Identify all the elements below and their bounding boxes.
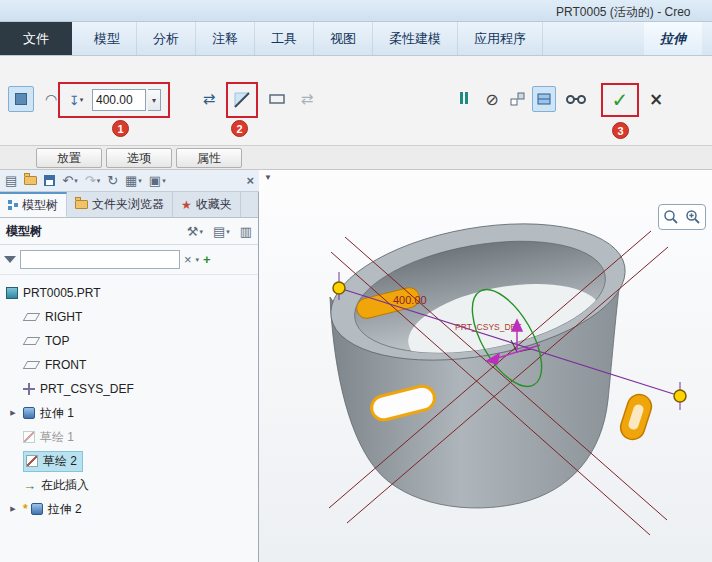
new-feature-star-icon: * — [23, 502, 28, 516]
pause-icon — [459, 92, 469, 107]
tab-analysis[interactable]: 分析 — [137, 22, 196, 55]
solid-icon — [15, 93, 27, 105]
drag-handle-left[interactable] — [333, 282, 345, 294]
expand-caret-icon[interactable]: ▶ — [8, 505, 18, 513]
layers-icon[interactable]: ▦▾ — [125, 174, 142, 187]
step-badge-3: 3 — [612, 122, 629, 139]
tree-item-part[interactable]: PRT0005.PRT — [0, 281, 258, 305]
tree-settings-icon[interactable]: ⚒▾ — [187, 225, 203, 238]
ok-button[interactable]: ✓ — [605, 87, 635, 113]
add-filter-icon[interactable]: + — [203, 253, 211, 266]
tree-item-csys[interactable]: PRT_CSYS_DEF — [0, 377, 258, 401]
depth-type-icon: ↧ — [69, 93, 80, 108]
drag-handle-right[interactable] — [674, 390, 686, 402]
navigator-panel: 模型树 文件夹浏览器 ★ 收藏夹 模型树 ⚒▾ ▤▾ ▥ × ▾ + — [0, 192, 259, 562]
flip-direction-2-button[interactable]: ⇄ — [294, 86, 320, 112]
tree-filter-row: × ▾ + — [0, 245, 258, 275]
graphics-toolbar-dropdown-icon[interactable]: ▼ — [264, 173, 272, 182]
tab-favorites[interactable]: ★ 收藏夹 — [173, 192, 241, 217]
extrude-icon — [31, 503, 43, 515]
tree-item-label: FRONT — [45, 358, 86, 372]
thicken-sketch-button[interactable] — [264, 86, 290, 112]
title-bar: PRT0005 (活动的) - Creo — [0, 0, 712, 22]
dashboard-panel-tabs: 放置 选项 属性 — [0, 146, 712, 170]
dimension-value-label[interactable]: 400.00 — [393, 294, 427, 306]
tree-item-extrude-1[interactable]: ▶ 拉伸 1 — [0, 401, 258, 425]
tree-item-extrude-2[interactable]: ▶ * 拉伸 2 — [0, 497, 258, 521]
clear-filter-icon[interactable]: × — [184, 253, 192, 266]
undo-icon[interactable]: ↶▾ — [62, 174, 77, 187]
tab-extrude-context[interactable]: 拉伸 — [644, 22, 702, 55]
depth-type-dropdown[interactable]: ↧ ▾ — [62, 88, 90, 112]
tab-view[interactable]: 视图 — [314, 22, 373, 55]
zoom-in-icon[interactable] — [685, 209, 701, 225]
tab-applications[interactable]: 应用程序 — [458, 22, 543, 55]
tab-annotate[interactable]: 注释 — [196, 22, 255, 55]
cancel-button[interactable]: × — [644, 86, 668, 112]
tree-show-icon[interactable]: ▤▾ — [213, 225, 230, 238]
graphics-viewport[interactable]: 400.00 PRT_CSYS_DEF ▼ — [259, 170, 712, 562]
window-title: PRT0005 (活动的) - Creo — [556, 4, 690, 21]
depth-value-dropdown[interactable]: ▾ — [148, 89, 161, 111]
remove-material-icon — [232, 90, 252, 110]
close-pane-icon[interactable]: × — [246, 174, 254, 187]
tree-item-front-plane[interactable]: FRONT — [0, 353, 258, 377]
navigator-tabs: 模型树 文件夹浏览器 ★ 收藏夹 — [0, 192, 258, 218]
surface-icon: ◠ — [45, 91, 57, 107]
no-preview-button[interactable]: ⊘ — [480, 86, 504, 112]
tab-label: 收藏夹 — [196, 196, 232, 213]
tree-item-right-plane[interactable]: RIGHT — [0, 305, 258, 329]
tab-flexible-modeling[interactable]: 柔性建模 — [373, 22, 458, 55]
attached-preview-button[interactable] — [532, 86, 556, 112]
tree-item-top-plane[interactable]: TOP — [0, 329, 258, 353]
datum-plane-icon — [23, 337, 41, 345]
selected-highlight: 草绘 2 — [23, 451, 83, 472]
tree-item-label: 拉伸 2 — [48, 501, 82, 518]
thicken-icon — [269, 93, 285, 105]
regenerate-icon[interactable]: ↻ — [107, 174, 118, 187]
tree-item-insert-here[interactable]: → 在此插入 — [0, 473, 258, 497]
remove-material-button[interactable] — [230, 88, 254, 112]
tab-model-tree[interactable]: 模型树 — [0, 192, 67, 217]
windows-icon[interactable]: ▣▾ — [149, 174, 166, 187]
redo-icon[interactable]: ↷▾ — [85, 174, 100, 187]
tree-item-label: RIGHT — [45, 310, 82, 324]
panel-tab-properties[interactable]: 属性 — [176, 148, 242, 168]
tree-item-label: 拉伸 1 — [40, 405, 74, 422]
expand-caret-icon[interactable]: ▶ — [8, 409, 18, 417]
pause-button[interactable] — [452, 86, 476, 112]
separate-preview-button[interactable] — [506, 86, 530, 112]
annotation-box-1: ↧ ▾ ▾ — [58, 82, 170, 118]
model-tree-header: 模型树 ⚒▾ ▤▾ ▥ — [0, 218, 258, 245]
open-folder-icon[interactable] — [24, 176, 37, 185]
print-icon[interactable]: ▤ — [5, 174, 17, 187]
tree-item-label: PRT_CSYS_DEF — [40, 382, 134, 396]
tab-tools[interactable]: 工具 — [255, 22, 314, 55]
tab-model[interactable]: 模型 — [78, 22, 137, 55]
solid-toggle-button[interactable] — [8, 86, 34, 112]
tree-item-label: PRT0005.PRT — [23, 286, 101, 300]
tree-columns-icon[interactable]: ▥ — [240, 225, 252, 238]
separate-preview-icon — [510, 91, 526, 107]
favorites-star-icon: ★ — [181, 198, 192, 212]
tree-item-label: 在此插入 — [41, 477, 89, 494]
zoom-out-icon[interactable] — [663, 209, 679, 225]
panel-tab-options[interactable]: 选项 — [106, 148, 172, 168]
filter-funnel-icon[interactable] — [4, 256, 16, 263]
depth-value-input[interactable] — [92, 89, 146, 111]
save-icon[interactable] — [44, 175, 55, 186]
verify-button[interactable] — [560, 86, 592, 112]
ribbon-tab-bar: 文件 模型 分析 注释 工具 视图 柔性建模 应用程序 拉伸 — [0, 22, 712, 56]
filter-dropdown-icon[interactable]: ▾ — [196, 256, 200, 263]
folder-icon — [75, 200, 88, 209]
tree-item-label: 草绘 2 — [43, 453, 77, 470]
tree-item-sketch-1[interactable]: 草绘 1 — [0, 425, 258, 449]
flip-arrows-icon: ⇄ — [301, 90, 314, 108]
tree-filter-input[interactable] — [20, 250, 180, 269]
model-3d-view: 400.00 PRT_CSYS_DEF — [259, 170, 712, 562]
panel-tab-placement[interactable]: 放置 — [36, 148, 102, 168]
tree-item-sketch-2-selected[interactable]: 草绘 2 — [0, 449, 258, 473]
flip-direction-button[interactable]: ⇄ — [196, 86, 222, 112]
tab-file[interactable]: 文件 — [0, 22, 72, 55]
tab-folder-browser[interactable]: 文件夹浏览器 — [67, 192, 173, 217]
